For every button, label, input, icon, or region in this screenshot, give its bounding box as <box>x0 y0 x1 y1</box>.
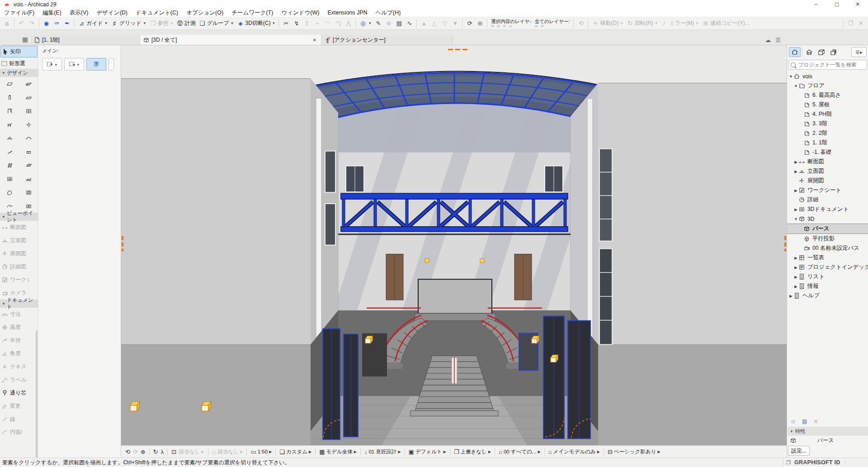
chevron-right-icon[interactable]: ▶ <box>793 169 798 174</box>
multiply-button[interactable]: ⊞連続コピー(Y)... <box>700 18 751 29</box>
layout-book-button[interactable] <box>816 48 827 57</box>
tree-item-ヘルプ[interactable]: ▶ヘルプ <box>787 291 868 300</box>
door-tool[interactable] <box>0 104 19 118</box>
menu-item-3[interactable]: デザイン(D) <box>92 9 132 17</box>
fit-control[interactable]: ⊡ <box>170 448 178 455</box>
refresh-button[interactable]: ⟲ <box>576 18 586 29</box>
tree-item-5. 屋根[interactable]: 5. 屋根 <box>787 100 868 110</box>
favorites-button[interactable]: ☆ <box>383 18 394 29</box>
chevron-right-icon[interactable]: ▶ <box>793 284 798 289</box>
zoom-in-control[interactable]: ⊕ <box>139 448 147 455</box>
stair-tool[interactable] <box>0 145 19 158</box>
palette-windows-icon[interactable]: ❐ <box>786 460 791 466</box>
tab-0[interactable]: [1. 1階] <box>31 35 140 45</box>
slab-tool[interactable] <box>19 77 38 91</box>
send-backward-button[interactable]: ▽ <box>439 18 450 29</box>
tree-item-展開図[interactable]: 展開図 <box>787 176 868 186</box>
measure-button[interactable]: ⑫計測 <box>175 18 197 29</box>
tree-item-3. 3階[interactable]: 3. 3階 <box>787 119 868 129</box>
close-tab-icon[interactable]: ✕ <box>311 38 318 43</box>
override-control[interactable]: ❐上書きなし▶ <box>453 448 492 455</box>
camera-button[interactable]: ◎▼ <box>358 18 373 29</box>
fillet-button[interactable]: ◠ <box>322 18 333 29</box>
rotate-button[interactable]: ↻回転(R)▼ <box>625 18 660 29</box>
chevron-right-icon[interactable]: ▶ <box>793 207 798 212</box>
graph-button[interactable]: ∿ <box>404 18 415 29</box>
tree-item-詳細[interactable]: 詳細 <box>787 195 868 205</box>
object-tool[interactable] <box>0 118 19 131</box>
home-button[interactable]: ⌂ <box>2 18 12 29</box>
chevron-right-icon[interactable]: ▶ <box>793 265 798 270</box>
angle-dimension-tool[interactable]: 角度 <box>0 347 38 360</box>
radius-dimension-tool[interactable]: 半径 <box>0 334 38 347</box>
cloud-icon[interactable]: ☁ <box>765 37 771 43</box>
close-icon[interactable]: ✕ <box>847 0 868 9</box>
mesh-tool[interactable] <box>19 172 38 186</box>
bring-front-button[interactable]: ▲ <box>419 18 429 29</box>
reference-button[interactable]: ❒参照▼ <box>148 18 175 29</box>
properties-header[interactable]: ▼ 特性 <box>788 427 868 436</box>
pick-button[interactable]: ◉ <box>41 18 52 29</box>
tree-item-フロア[interactable]: ▼フロア <box>787 81 868 91</box>
tree-item-vois[interactable]: ▼vois <box>787 71 868 81</box>
chevron-right-icon[interactable]: ▶ <box>793 188 798 193</box>
send-back-button[interactable]: ▼ <box>450 18 460 29</box>
menu-item-8[interactable]: Extensions JPN <box>323 10 371 16</box>
marquee-mode-button[interactable]: ▸ <box>64 58 84 71</box>
delete-icon[interactable]: ✕ <box>813 418 818 425</box>
graphisoft-id-label[interactable]: GRAPHISOFT ID <box>794 459 845 466</box>
chevron-down-icon[interactable]: ▼ <box>788 74 793 79</box>
tree-item-2. 2階[interactable]: 2. 2階 <box>787 129 868 138</box>
view-map-button[interactable] <box>804 48 815 57</box>
level-dimension-tool[interactable]: 高度 <box>0 321 38 334</box>
pen-set-control[interactable]: ◇該当なし▶ <box>211 448 245 455</box>
renovation-button[interactable]: ✎ <box>373 18 383 29</box>
roof-tool[interactable] <box>0 131 19 145</box>
capture-button[interactable]: ▤ <box>394 18 404 29</box>
interior-elevation-tool[interactable]: 展開図 <box>0 247 38 260</box>
menu-icon[interactable]: ☰ <box>775 37 781 43</box>
publisher-button[interactable] <box>828 48 839 57</box>
close-button[interactable]: ✕ <box>856 18 866 29</box>
text-tool[interactable]: Aテキス <box>0 360 38 373</box>
tree-item--1. 基礎[interactable]: -1. 基礎 <box>787 148 868 157</box>
menu-item-4[interactable]: ドキュメント(C) <box>132 9 182 17</box>
guide-button[interactable]: ⊿ガイド▼ <box>76 18 109 29</box>
selection-method-button[interactable]: ▸ <box>42 58 62 71</box>
line-tool[interactable]: 線 <box>0 413 38 426</box>
tree-item-プロジェクトインデックス[interactable]: ▶プロジェクトインデックス <box>787 262 868 272</box>
elevation-tool[interactable]: 立面図 <box>0 234 38 247</box>
renovation-filter-control[interactable]: ⌂00 すべての...▶ <box>497 448 542 455</box>
grid-line-tool[interactable]: 1通り芯 <box>0 386 38 400</box>
split-button[interactable]: ⋀ <box>343 18 354 29</box>
arc-tool[interactable]: 円弧/ <box>0 426 38 439</box>
3d-viewport[interactable] <box>121 45 787 445</box>
chevron-right-icon[interactable]: ▶ <box>793 256 798 260</box>
group-button[interactable]: ❑グループ▼ <box>197 18 236 29</box>
chevron-right-icon[interactable]: ▶ <box>788 294 793 298</box>
project-map-button[interactable] <box>789 47 801 57</box>
tree-item-リスト[interactable]: ▶リスト <box>787 272 868 281</box>
mirror-button[interactable]: ⁄ミラー(M)▼ <box>660 18 700 29</box>
add-icon[interactable]: ⊕ <box>791 418 796 425</box>
menu-item-6[interactable]: チームワーク(T) <box>227 9 277 17</box>
layer-status-widget[interactable]: 選択内容のレイヤ-⊘ ◎ ⊝ ⊔ <box>489 18 533 29</box>
grid-button[interactable]: ♯グリッド▼ <box>109 18 148 29</box>
bring-forward-button[interactable]: △ <box>429 18 439 29</box>
tree-item-3Dドキュメント[interactable]: ▶3Dドキュメント <box>787 205 868 214</box>
navigator-search[interactable] <box>788 60 867 70</box>
undo-button[interactable]: ↶ <box>16 18 27 29</box>
marquee-tool[interactable]: 矩形選 <box>0 58 38 69</box>
tree-item-立面図[interactable]: ▶立面図 <box>787 167 868 176</box>
tree-item-4. PH階[interactable]: 4. PH階 <box>787 110 868 119</box>
tree-item-情報[interactable]: ▶情報 <box>787 281 868 291</box>
viewbar-item-control[interactable]: 該当なし▶ <box>178 448 206 455</box>
trim-button[interactable]: ↯ <box>291 18 302 29</box>
walk-control[interactable]: λ <box>160 448 165 455</box>
magnet-snap-button[interactable] <box>86 58 106 71</box>
tree-item-ワークシート[interactable]: ▶ワークシート <box>787 186 868 195</box>
resize-button[interactable]: ◹ <box>333 18 343 29</box>
tree-item-パース[interactable]: パース <box>787 224 868 234</box>
default-set-control[interactable]: ▣デフォルト▶ <box>407 448 448 455</box>
railing-tool[interactable] <box>19 145 38 158</box>
